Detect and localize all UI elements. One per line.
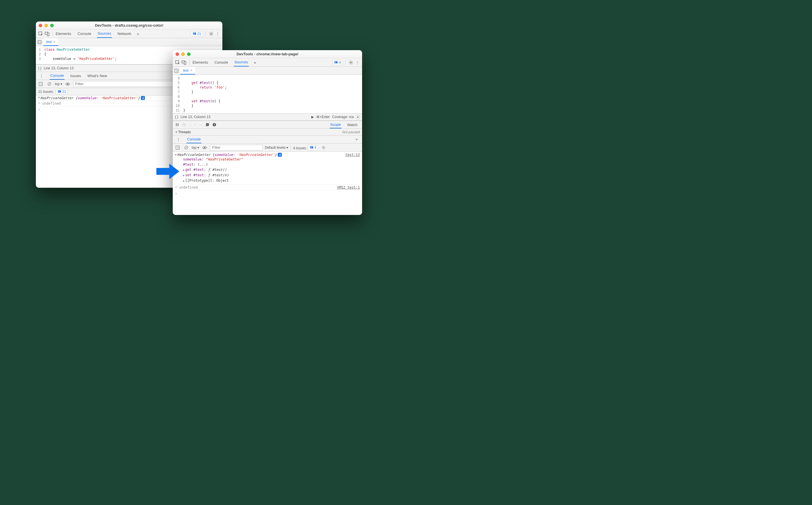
zoom-window-button[interactable]	[50, 24, 54, 27]
close-icon[interactable]: ×	[53, 40, 55, 44]
file-tab-test[interactable]: test×	[180, 67, 195, 74]
pause-icon[interactable]	[176, 123, 179, 126]
svg-rect-14	[58, 91, 60, 91]
window-title: DevTools - chrome://new-tab-page/	[173, 52, 362, 56]
context-selector[interactable]: top ▾	[55, 82, 62, 86]
more-tabs-icon[interactable]: »	[137, 31, 139, 36]
svg-rect-36	[310, 146, 313, 149]
kebab-icon[interactable]: ⋮	[214, 31, 221, 37]
inspect-icon[interactable]	[175, 59, 181, 66]
close-icon[interactable]: ×	[190, 68, 192, 72]
clear-console-icon[interactable]	[183, 144, 189, 151]
console-output[interactable]: ▼ HasPrivateGetter {someValue: 'HasPriva…	[173, 152, 362, 215]
device-toggle-icon[interactable]	[44, 31, 50, 37]
step-over-icon[interactable]	[182, 123, 187, 126]
debugger-toolbar: ↓ ↑ → Scope Watch	[173, 121, 362, 129]
tab-console[interactable]: Console	[214, 58, 229, 66]
sidebar-toggle-icon[interactable]	[37, 81, 44, 87]
drawer-tabs: ⋮ Console ×	[173, 136, 362, 144]
sidebar-toggle-icon[interactable]	[173, 68, 180, 74]
svg-point-39	[323, 147, 325, 148]
issues-badge[interactable]: 21	[191, 31, 203, 36]
drawer-tab-whatsnew[interactable]: What's New	[87, 72, 108, 80]
minimize-window-button[interactable]	[181, 52, 185, 56]
source-link[interactable]: VM52 test:1	[337, 185, 360, 189]
step-out-icon[interactable]: ↑	[194, 123, 196, 127]
gear-icon[interactable]	[348, 59, 354, 66]
close-window-button[interactable]	[176, 52, 179, 56]
inspect-icon[interactable]	[37, 31, 44, 37]
kebab-icon[interactable]: ⋮	[38, 73, 44, 79]
tab-network[interactable]: Network	[117, 29, 132, 38]
svg-rect-24	[176, 123, 177, 126]
svg-rect-20	[335, 61, 337, 62]
tab-watch[interactable]: Watch	[347, 121, 358, 128]
eye-icon[interactable]	[65, 81, 71, 87]
zoom-window-button[interactable]	[187, 52, 191, 56]
svg-rect-23	[175, 69, 178, 72]
eye-icon[interactable]	[202, 144, 208, 151]
gear-icon[interactable]	[321, 144, 327, 151]
main-toolbar: Elements Console Sources Network » 21 ⋮	[36, 29, 222, 38]
minimize-window-button[interactable]	[44, 24, 48, 27]
window-title: DevTools - drafts.csswg.org/css-color/	[36, 23, 222, 27]
context-selector[interactable]: top ▾	[192, 146, 199, 150]
svg-line-11	[48, 83, 50, 85]
cursor-position: Line 13, Column 13	[181, 115, 210, 119]
tab-sources[interactable]: Sources	[97, 29, 112, 38]
play-icon[interactable]: ▶	[311, 115, 314, 119]
svg-point-12	[67, 83, 68, 85]
close-icon[interactable]: ×	[353, 136, 360, 143]
svg-rect-21	[335, 62, 336, 63]
titlebar[interactable]: DevTools - chrome://new-tab-page/	[173, 50, 362, 58]
tab-scope[interactable]: Scope	[330, 121, 341, 128]
editor-status: { } Line 13, Column 13 ▶⌘+Enter Coverage…	[173, 113, 362, 121]
gear-icon[interactable]	[208, 31, 214, 37]
svg-rect-32	[176, 146, 179, 149]
device-toggle-icon[interactable]	[181, 59, 187, 66]
more-tabs-icon[interactable]: »	[254, 60, 256, 65]
tab-elements[interactable]: Elements	[192, 58, 209, 66]
issues-badge[interactable]: 4	[308, 145, 319, 150]
svg-rect-3	[193, 32, 196, 35]
svg-point-6	[211, 33, 212, 34]
filter-input[interactable]	[210, 145, 262, 151]
annotation-arrow-icon	[155, 163, 181, 180]
info-icon[interactable]: i	[141, 96, 145, 100]
source-editor[interactable]: 4567891011 get #test() { return 'foo'; }…	[173, 75, 362, 113]
file-tab-test[interactable]: test×	[43, 38, 58, 46]
svg-rect-31	[214, 126, 215, 126]
svg-point-35	[204, 147, 205, 148]
svg-rect-37	[311, 147, 312, 147]
collapse-icon[interactable]: ▾	[356, 115, 360, 119]
svg-point-26	[184, 126, 185, 126]
titlebar[interactable]: DevTools - drafts.csswg.org/css-color/	[36, 21, 222, 29]
svg-rect-30	[214, 124, 215, 125]
sidebar-toggle-icon[interactable]	[36, 39, 43, 45]
levels-selector[interactable]: Default levels ▾	[265, 146, 288, 150]
tab-console[interactable]: Console	[77, 29, 92, 38]
drawer-tab-console[interactable]: Console	[49, 72, 65, 80]
clear-console-icon[interactable]	[46, 81, 52, 87]
svg-rect-18	[184, 61, 186, 64]
step-icon[interactable]: →	[199, 123, 203, 127]
threads-bar[interactable]: ▼Threads Not paused	[173, 129, 362, 136]
drawer-tab-issues[interactable]: Issues	[70, 72, 82, 80]
deactivate-breakpoints-icon[interactable]	[206, 123, 210, 127]
source-link[interactable]: test:13	[345, 153, 360, 157]
pause-on-exceptions-icon[interactable]	[212, 123, 216, 127]
sidebar-toggle-icon[interactable]	[175, 144, 181, 151]
step-into-icon[interactable]: ↓	[189, 123, 191, 127]
issues-badge[interactable]: 4	[332, 60, 343, 65]
kebab-icon[interactable]: ⋮	[354, 59, 360, 66]
devtools-window-2: DevTools - chrome://new-tab-page/ Elemen…	[173, 50, 362, 215]
info-icon[interactable]: i	[278, 153, 282, 157]
svg-rect-4	[193, 33, 195, 33]
close-window-button[interactable]	[39, 24, 42, 27]
drawer-tab-console[interactable]: Console	[187, 136, 202, 143]
tab-elements[interactable]: Elements	[55, 29, 72, 38]
cursor-position: Line 13, Column 13	[43, 66, 74, 70]
console-toolbar: top ▾ Default levels ▾ 4 Issues: 4	[173, 144, 362, 152]
tab-sources[interactable]: Sources	[234, 58, 249, 66]
kebab-icon[interactable]: ⋮	[175, 136, 181, 143]
